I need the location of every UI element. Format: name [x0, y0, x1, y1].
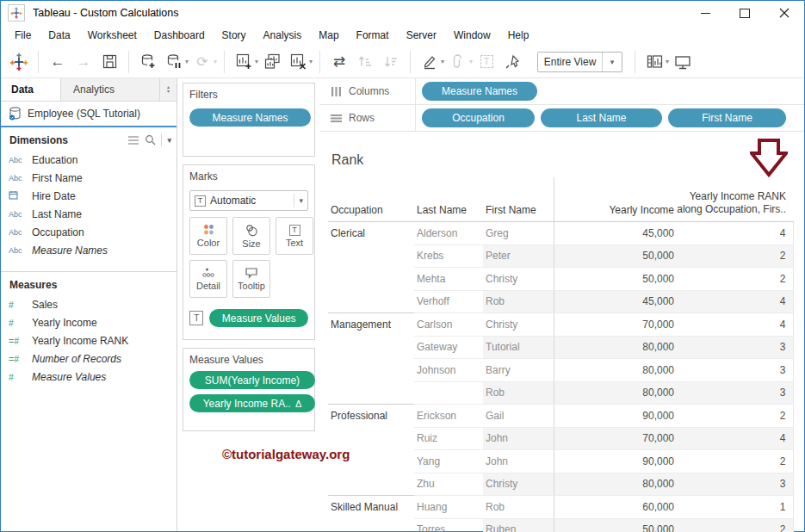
clear-sheet-dropdown-icon[interactable]: ▾: [309, 58, 313, 65]
save-icon[interactable]: [98, 51, 121, 73]
fit-selector-dropdown-icon[interactable]: ▾: [602, 53, 622, 71]
pane-divider[interactable]: [1, 271, 176, 272]
menu-server[interactable]: Server: [398, 25, 445, 46]
presentation-mode-icon[interactable]: [672, 51, 694, 73]
tableau-logo-icon[interactable]: [8, 51, 30, 73]
text-button[interactable]: T Text: [276, 217, 313, 255]
show-cards-dropdown-icon[interactable]: ▾: [666, 58, 669, 65]
tooltip-label: Tooltip: [238, 281, 265, 291]
highlight-icon[interactable]: [418, 51, 441, 73]
fix-axes-icon[interactable]: [501, 51, 523, 73]
col-header-first-name[interactable]: First Name: [483, 177, 554, 222]
columns-shelf[interactable]: Columns Measure Names: [319, 78, 804, 105]
mark-type-dropdown-icon[interactable]: ▾: [294, 194, 303, 207]
group-dropdown-icon: ▾: [469, 58, 473, 65]
field-last-name[interactable]: Abc Last Name: [1, 205, 176, 223]
table-row[interactable]: KrebsPeter50,0002: [328, 244, 793, 268]
clear-sheet-icon[interactable]: [287, 51, 309, 73]
col-header-yearly-income-rank[interactable]: Yearly Income RANK along Occupation, Fir…: [681, 177, 793, 222]
close-button[interactable]: [765, 1, 804, 25]
rows-pill-last-name[interactable]: Last Name: [541, 108, 662, 127]
pill-yearly-income-rank[interactable]: Yearly Income RA.. Δ: [189, 394, 315, 412]
detail-button[interactable]: Detail: [189, 260, 227, 298]
field-measure-values[interactable]: # Measure Values: [1, 368, 176, 386]
annotation-arrow-icon: [750, 139, 788, 177]
table-row[interactable]: ProfessionalEricksonGail90,0002: [328, 405, 793, 428]
field-measure-names[interactable]: Abc Measure Names: [1, 241, 176, 259]
size-button[interactable]: Size: [232, 217, 270, 255]
table-row[interactable]: JohnsonBarry80,0003: [328, 359, 793, 382]
table-row[interactable]: RuizJohn70,0004: [328, 427, 793, 450]
view-list-icon[interactable]: [127, 135, 139, 145]
menu-data[interactable]: Data: [40, 25, 78, 46]
col-header-yearly-income[interactable]: Yearly Income: [554, 177, 681, 222]
sheet-view: Rank Occupation Last Name First Name Yea…: [319, 132, 804, 531]
tab-data[interactable]: Data: [1, 78, 61, 101]
menu-story[interactable]: Story: [214, 25, 255, 46]
table-row[interactable]: ClericalAldersonGreg45,0004: [328, 222, 793, 245]
table-row[interactable]: Rob80,0003: [328, 381, 793, 405]
dimensions-menu-icon[interactable]: ▾: [167, 136, 171, 145]
minimize-button[interactable]: [685, 1, 725, 25]
pane-split-icon[interactable]: ▴▾: [159, 78, 176, 101]
tableau-app-icon: [8, 4, 25, 22]
highlight-dropdown-icon[interactable]: ▾: [441, 58, 444, 65]
color-button[interactable]: Color: [189, 217, 227, 255]
field-yearly-income-rank[interactable]: =# Yearly Income RANK: [1, 331, 176, 350]
maximize-button[interactable]: [725, 1, 765, 25]
refresh-icon: ⟳: [191, 51, 214, 73]
tooltip-button[interactable]: Tooltip: [232, 260, 270, 298]
table-row[interactable]: TorresRuben50,0002: [328, 518, 793, 532]
field-first-name[interactable]: Abc First Name: [1, 169, 176, 187]
swap-axes-icon[interactable]: ⇄: [328, 51, 350, 73]
pill-sum-yearly-income[interactable]: SUM(Yearly Income): [189, 371, 315, 389]
field-yearly-income[interactable]: # Yearly Income: [1, 313, 176, 331]
database-icon: [9, 107, 22, 121]
fit-selector[interactable]: Entire View ▾: [537, 52, 622, 72]
data-source-row[interactable]: Employee (SQL Tutorial): [1, 102, 176, 126]
menu-dashboard[interactable]: Dashboard: [146, 25, 214, 46]
search-icon[interactable]: [145, 134, 156, 145]
rows-pill-first-name[interactable]: First Name: [668, 108, 786, 127]
table-row[interactable]: MehtaChristy50,0002: [328, 268, 793, 291]
field-hire-date[interactable]: Hire Date: [1, 187, 176, 205]
rows-pill-occupation[interactable]: Occupation: [422, 108, 535, 127]
field-occupation[interactable]: Abc Occupation: [1, 223, 176, 241]
undo-icon[interactable]: ←: [46, 51, 69, 73]
menu-analysis[interactable]: Analysis: [255, 25, 311, 46]
menu-map[interactable]: Map: [310, 25, 347, 46]
mark-type-selector[interactable]: T Automatic ▾: [189, 190, 308, 211]
new-worksheet-dropdown-icon[interactable]: ▾: [255, 58, 258, 65]
pause-updates-dropdown-icon[interactable]: ▾: [185, 58, 189, 65]
menu-help[interactable]: Help: [499, 25, 538, 46]
duplicate-sheet-icon[interactable]: [261, 51, 283, 73]
menu-file[interactable]: File: [6, 25, 40, 46]
size-circles-icon: [245, 224, 258, 237]
rank-header-line2: along Occupation, Firs..: [677, 203, 786, 215]
table-row[interactable]: ZhuChristy80,0003: [328, 473, 793, 496]
rows-shelf[interactable]: Rows Occupation Last Name First Name: [319, 105, 804, 132]
table-row[interactable]: YangJohn90,0002: [328, 450, 793, 473]
field-number-of-records[interactable]: =# Number of Records: [1, 350, 176, 368]
marks-pill-measure-values[interactable]: Measure Values: [209, 309, 308, 327]
col-header-occupation[interactable]: Occupation: [328, 177, 414, 222]
filter-pill-measure-names[interactable]: Measure Names: [189, 108, 311, 127]
show-cards-icon[interactable]: [643, 51, 666, 73]
menu-worksheet[interactable]: Worksheet: [79, 25, 146, 46]
new-worksheet-icon[interactable]: [232, 51, 255, 73]
menu-window[interactable]: Window: [445, 25, 499, 46]
table-row[interactable]: ManagementCarlsonChristy70,0004: [328, 313, 793, 337]
tab-analytics[interactable]: Analytics: [61, 78, 159, 101]
table-row[interactable]: VerhoffRob45,0004: [328, 290, 793, 313]
calculated-number-icon: =#: [9, 354, 32, 364]
field-education[interactable]: Abc Education: [1, 151, 176, 169]
table-row[interactable]: GatewayTutorial80,0003: [328, 336, 793, 359]
table-row[interactable]: Skilled ManualHuangRob60,0001: [328, 496, 793, 519]
data-pane: Data Analytics ▴▾ Employee (SQL Tutorial…: [1, 78, 177, 531]
pause-updates-icon[interactable]: [163, 51, 185, 73]
new-datasource-icon[interactable]: [137, 51, 159, 73]
field-sales[interactable]: # Sales: [1, 295, 176, 313]
columns-pill-measure-names[interactable]: Measure Names: [422, 82, 537, 101]
col-header-last-name[interactable]: Last Name: [414, 177, 483, 222]
menu-format[interactable]: Format: [348, 25, 398, 46]
